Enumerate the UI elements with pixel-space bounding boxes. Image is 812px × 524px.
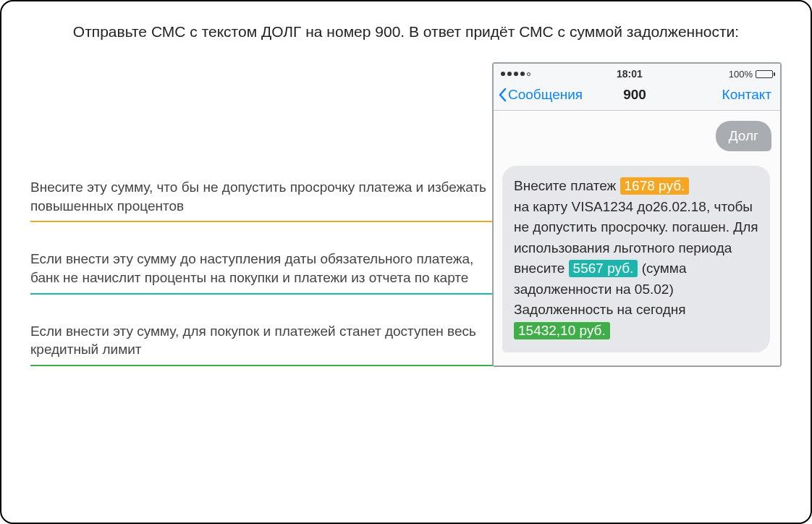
status-bar: 18:01 100%: [494, 64, 780, 83]
highlight-green: 15432,10 руб.: [514, 322, 610, 339]
battery-icon: [756, 70, 773, 78]
note-orange: Внесите эту сумму, что бы не допустить п…: [30, 178, 494, 215]
content-columns: Внесите эту сумму, что бы не допустить п…: [30, 62, 782, 367]
info-card: Отправьте СМС с текстом ДОЛГ на номер 90…: [0, 0, 812, 524]
chat-area: Долг Внесите платеж 1678 руб. на карту V…: [494, 111, 780, 365]
status-clock: 18:01: [617, 68, 643, 80]
battery-percent: 100%: [729, 69, 753, 80]
chevron-left-icon: [498, 88, 507, 102]
back-button[interactable]: Сообщения: [498, 87, 583, 103]
battery-indicator: 100%: [729, 69, 773, 80]
back-label: Сообщения: [508, 87, 583, 103]
note-teal: Если внести эту сумму до наступления дат…: [30, 250, 494, 287]
msg-text: Внесите платеж: [514, 178, 620, 193]
contact-button[interactable]: Контакт: [722, 87, 771, 103]
outgoing-message: Долг: [716, 121, 771, 151]
nav-bar: Сообщения 900 Контакт: [494, 83, 780, 111]
signal-icon: [501, 72, 530, 76]
phone-mockup: 18:01 100% Сообщения 900 Контакт: [492, 62, 782, 367]
note-green: Если внести эту сумму, для покупок и пла…: [30, 322, 494, 359]
msg-text: на карту VISA1234 до26.02.18, чтобы не д…: [514, 199, 758, 255]
connector-line-orange: [30, 221, 494, 222]
connector-line-green: [30, 365, 494, 366]
msg-text: внесите: [514, 261, 569, 276]
connector-line-teal: [30, 293, 494, 295]
incoming-message: Внесите платеж 1678 руб. на карту VISA12…: [502, 166, 770, 352]
headline: Отправьте СМС с текстом ДОЛГ на номер 90…: [30, 23, 782, 41]
highlight-teal: 5567 руб.: [569, 260, 638, 277]
highlight-orange: 1678 руб.: [620, 177, 690, 195]
annotations-column: Внесите эту сумму, что бы не допустить п…: [30, 62, 494, 366]
